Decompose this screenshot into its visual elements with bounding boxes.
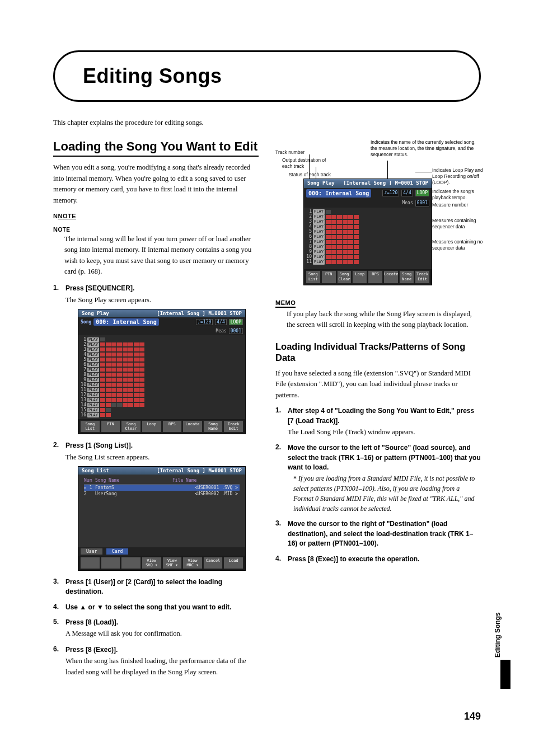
ss1-song-prefix: Song <box>81 320 91 325</box>
ss2-row2-file: <USER0002 .MID > <box>195 491 240 496</box>
ss2-row1-num: ▸ 1 <box>84 485 95 490</box>
ss2-col-file: File Name <box>172 478 217 483</box>
screenshot-song-play: Song Play [Internal Song ] M=0001 STOP S… <box>78 309 246 434</box>
ss1-title-left: Song Play <box>82 311 109 316</box>
rstep-3: Move the cursor to the right of "Destina… <box>275 519 481 548</box>
rstep-1-head: After step 4 of "Loading the Song You Wa… <box>288 406 481 426</box>
ss1-meas-label: Meas <box>216 328 226 334</box>
ss1-btn-2: PTN <box>101 420 121 433</box>
thumb-index-label: Editing Songs <box>494 612 502 658</box>
rstep-2-head: Move the cursor to the left of "Source" … <box>288 443 481 472</box>
diag-label-track-number: Track number <box>275 149 305 156</box>
step-5: Press [8 (Load)]. A Message will ask you… <box>53 618 259 640</box>
right-steps: After step 4 of "Loading the Song You Wa… <box>275 406 481 564</box>
ss1-btn-5: RPS <box>162 420 182 433</box>
screenshot-song-list: Song List [Internal Song ] M=0001 STOP N… <box>78 466 246 571</box>
step-5-head: Press [8 (Load)]. <box>65 618 259 627</box>
rstep-1-body: The Load Song File (Track) window appear… <box>288 427 481 438</box>
diag-label-indicates-name: Indicates the name of the currently sele… <box>371 139 477 158</box>
ss2-btn-6: View MRC ▾ <box>182 557 203 569</box>
memo-label: MEMO <box>275 299 296 308</box>
memo-body: If you play back the song while the Song… <box>287 309 481 331</box>
ss2-col-name: Song Name <box>95 478 172 483</box>
page-number: 149 <box>464 711 481 722</box>
ss2-title-right: [Internal Song ] M=0001 STOP <box>157 468 242 473</box>
section-intro: When you edit a song, you're modifying a… <box>53 162 259 206</box>
step-3-head: Press [1 (User)] or [2 (Card)] to select… <box>65 577 259 597</box>
ss2-row1-name: FantomS <box>95 485 195 490</box>
ss2-tab-card: Card <box>106 548 128 555</box>
left-column: Loading the Song You Want to Edit When y… <box>53 139 259 683</box>
diag-label-output-dest: Output destination of each track <box>282 157 332 170</box>
step-3: Press [1 (User)] or [2 (Card)] to select… <box>53 577 259 597</box>
ss2-tab-user: User <box>81 548 102 555</box>
ss1-btn-1: Song List <box>80 420 100 433</box>
subsection-heading: Loading Individual Tracks/Patterns of So… <box>275 341 481 364</box>
rstep-4-head: Press [8 (Exec)] to execute the operatio… <box>288 555 481 564</box>
step-4: Use ▲ or ▼ to select the song that you w… <box>53 603 259 612</box>
chapter-intro: This chapter explains the procedure for … <box>53 119 481 127</box>
ss1-btn-7: Song Name <box>203 420 223 433</box>
ss1-song-number: 000: Internal Song <box>93 318 158 326</box>
ss2-btn-1 <box>80 557 100 569</box>
diag-label-status: Status of each track <box>289 172 350 178</box>
ss1-title-right: [Internal Song ] M=0001 STOP <box>157 311 242 316</box>
step-6-head: Press [8 (Exec)]. <box>65 645 259 655</box>
ss1-loop-badge: LOOP <box>229 319 243 325</box>
note-text-heading: NOTE <box>53 226 71 233</box>
ss2-row1-file: <USER0001 .SVQ > <box>195 485 240 490</box>
ss1-btn-4: Loop <box>142 420 162 433</box>
step-2-body: The Song List screen appears. <box>65 452 259 463</box>
ss1-tempo: ♪=120 <box>196 319 213 325</box>
ss2-title-left: Song List <box>82 468 109 473</box>
ss2-col-num: Num <box>84 478 95 483</box>
step-2: Press [1 (Song List)]. The Song List scr… <box>53 441 259 571</box>
rstep-2-note: If you are loading from a Standard MIDI … <box>293 473 481 514</box>
thumb-index: Editing Songs <box>500 616 510 689</box>
ss2-btn-3 <box>121 557 141 569</box>
ss2-btn-2 <box>101 557 121 569</box>
section-heading-load-song: Loading the Song You Want to Edit <box>53 139 259 157</box>
ss2-row2-name: UserSong <box>95 491 195 496</box>
ss2-row2-num: 2 <box>84 491 95 496</box>
rstep-3-head: Move the cursor to the right of "Destina… <box>288 519 481 548</box>
thumb-index-marker <box>500 660 510 689</box>
ss1-btn-8: Track Edit <box>223 420 243 433</box>
ss2-btn-4: View SVQ ▾ <box>142 557 162 569</box>
ss1-track-grid: 1PLAY 2PLAY 3PLAY 4PLAY 5PLAY 6PLAY 7PLA… <box>78 335 245 419</box>
step-1: Press [SEQUENCER]. The Song Play screen … <box>53 284 259 434</box>
step-6: Press [8 (Exec)]. When the song has fini… <box>53 645 259 678</box>
subsection-intro: If you have selected a song file (extens… <box>275 368 481 401</box>
ss1-meas-value: 0001 <box>229 328 243 334</box>
ss1-btn-3: Song Clear <box>121 420 141 433</box>
ss2-btn-5: View SMF ▾ <box>162 557 182 569</box>
step-5-body: A Message will ask you for confirmation. <box>65 628 259 639</box>
ss1-softkeys: Song List PTN Song Clear Loop RPS Locate… <box>78 419 245 434</box>
chapter-title: Editing Songs <box>83 64 451 88</box>
rstep-1: After step 4 of "Loading the Song You Wa… <box>275 406 481 438</box>
step-1-body: The Song Play screen appears. <box>65 295 259 306</box>
ss2-softkeys: View SVQ ▾ View SMF ▾ View MRC ▾ Cancel … <box>78 556 245 570</box>
rstep-2: Move the cursor to the left of "Source" … <box>275 443 481 514</box>
ss1-btn-6: Locate <box>182 420 203 433</box>
note-body: The internal song will be lost if you tu… <box>64 234 259 278</box>
left-steps: Press [SEQUENCER]. The Song Play screen … <box>53 284 259 678</box>
chapter-header: Editing Songs <box>53 50 481 102</box>
right-column: Track number Output destination of each … <box>275 139 481 683</box>
step-2-head: Press [1 (Song List)]. <box>65 441 259 450</box>
labeled-diagram: Track number Output destination of each … <box>275 139 488 285</box>
note-label: NNOTE <box>53 213 259 219</box>
rstep-4: Press [8 (Exec)] to execute the operatio… <box>275 555 481 564</box>
ss2-btn-8: Load <box>223 557 243 569</box>
ss1-timesig: 4/4 <box>215 319 226 325</box>
ss2-btn-7: Cancel <box>203 557 223 569</box>
step-4-head: Use ▲ or ▼ to select the song that you w… <box>65 603 259 612</box>
note-heading: NOTE <box>53 226 259 233</box>
step-6-body: When the song has finished loading, the … <box>65 656 259 678</box>
step-1-head: Press [SEQUENCER]. <box>65 284 259 293</box>
